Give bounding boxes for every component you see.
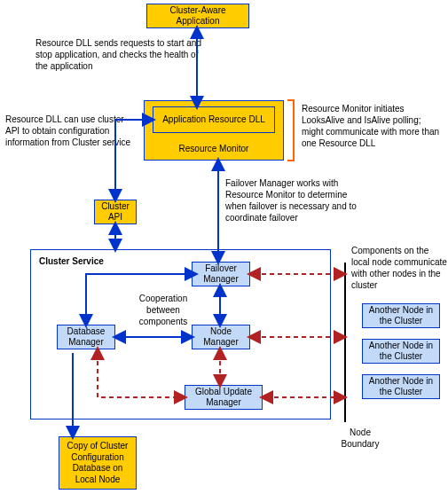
annotation-cooperation: Cooperation between components <box>128 293 199 327</box>
label: Global Update Manager <box>188 387 259 409</box>
label: Failover Manager <box>195 263 247 286</box>
another-node-3: Another Node in the Cluster <box>362 374 440 399</box>
copy-db: Copy of Cluster Configuration Database o… <box>59 436 137 490</box>
label: Node Manager <box>195 326 247 349</box>
annotation-components-communicate: Components on the local node communicate… <box>351 245 447 291</box>
label: Resource Monitor <box>179 144 249 155</box>
label: Cluster API <box>98 201 133 223</box>
annotation-failover-manager: Failover Manager works with Resource Mon… <box>225 177 358 223</box>
label: Another Node in the Cluster <box>365 376 436 398</box>
label: Another Node in the Cluster <box>365 341 436 363</box>
node-boundary-line <box>344 263 346 422</box>
label: Copy of Cluster Configuration Database o… <box>62 441 133 485</box>
bracket-icon <box>287 99 295 161</box>
failover-manager: Failover Manager <box>192 262 250 286</box>
label: Database Manager <box>60 326 112 349</box>
another-node-1: Another Node in the Cluster <box>362 303 440 328</box>
application-resource-dll: Application Resource DLL <box>153 106 275 133</box>
label: Another Node in the Cluster <box>365 305 436 327</box>
node-manager: Node Manager <box>192 325 250 349</box>
cluster-api: Cluster API <box>94 200 137 224</box>
another-node-2: Another Node in the Cluster <box>362 339 440 364</box>
annotation-cluster-api-usage: Resource DLL can use cluster API to obta… <box>5 114 138 148</box>
cluster-aware-application: Cluster-Aware Application <box>146 4 249 28</box>
annotation-resource-dll-requests: Resource DLL sends requests to start and… <box>35 37 204 72</box>
annotation-resource-monitor-polling: Resource Monitor initiates LooksAlive an… <box>302 103 444 149</box>
label: Application Resource DLL <box>162 114 265 126</box>
node-boundary-label: Node Boundary <box>334 427 387 450</box>
cluster-service-label: Cluster Service <box>39 256 104 266</box>
global-update-manager: Global Update Manager <box>185 385 263 410</box>
database-manager: Database Manager <box>57 325 115 349</box>
label: Cluster-Aware Application <box>150 5 246 27</box>
